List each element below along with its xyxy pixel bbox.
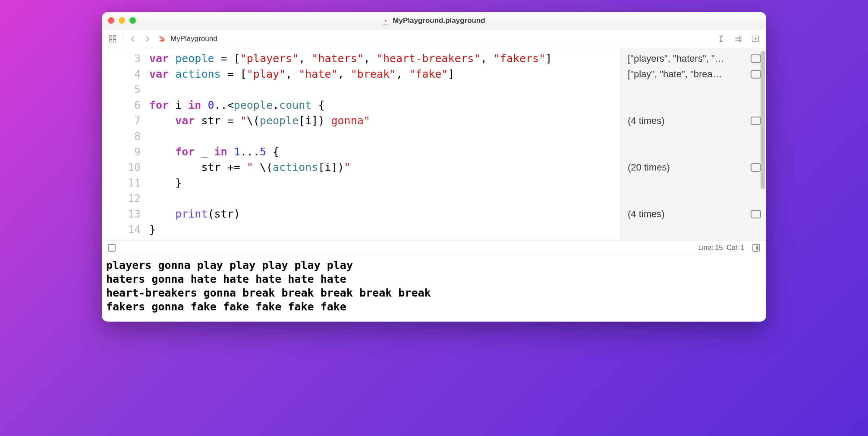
result-row: [621, 175, 766, 191]
code-content[interactable]: }: [149, 175, 620, 191]
result-text: [628, 98, 630, 113]
result-row: [621, 222, 766, 237]
quicklook-icon[interactable]: [751, 117, 761, 125]
svg-rect-2: [110, 39, 112, 42]
result-row[interactable]: (4 times): [621, 206, 766, 222]
line-number: 10: [102, 160, 149, 175]
result-row: [621, 191, 766, 206]
code-line[interactable]: 10 str += " \(actions[i])": [102, 160, 620, 175]
line-number: 8: [102, 129, 149, 144]
related-items-icon[interactable]: [108, 34, 117, 44]
scrollbar-thumb[interactable]: [761, 51, 765, 189]
toggle-debug-area-icon[interactable]: [752, 244, 760, 252]
code-line[interactable]: 7 var str = "\(people[i]) gonna": [102, 113, 620, 129]
toggle-variables-view-icon[interactable]: [108, 244, 116, 252]
window-title-text: MyPlayground.playground: [393, 16, 485, 25]
cursor-col: Col: 1: [726, 244, 745, 251]
code-line[interactable]: 3var people = ["players", "haters", "hea…: [102, 51, 620, 66]
result-row[interactable]: (20 times): [621, 160, 766, 175]
close-button[interactable]: [108, 17, 114, 24]
nav-forward-icon[interactable]: [143, 34, 152, 44]
line-number: 3: [102, 51, 149, 66]
code-content[interactable]: print(str): [149, 206, 620, 222]
editor-area: 3var people = ["players", "haters", "hea…: [102, 48, 766, 240]
nav-back-icon[interactable]: [128, 34, 138, 44]
code-line[interactable]: 11 }: [102, 175, 620, 191]
code-line[interactable]: 13 print(str): [102, 206, 620, 222]
result-text: (4 times): [628, 206, 665, 222]
code-content[interactable]: var actions = ["play", "hate", "break", …: [149, 66, 620, 82]
svg-rect-0: [110, 35, 112, 38]
code-line[interactable]: 9 for _ in 1...5 {: [102, 144, 620, 160]
code-line[interactable]: 14}: [102, 222, 620, 237]
toolbar-separator: [123, 35, 123, 43]
zoom-button[interactable]: [129, 17, 136, 24]
line-number: 4: [102, 66, 149, 82]
line-number: 12: [102, 191, 149, 206]
code-line[interactable]: 12: [102, 191, 620, 206]
code-content[interactable]: var str = "\(people[i]) gonna": [149, 113, 620, 129]
code-content[interactable]: var people = ["players", "haters", "hear…: [149, 51, 620, 66]
toolbar: MyPlayground: [102, 29, 766, 48]
svg-rect-3: [113, 39, 116, 42]
code-content[interactable]: }: [149, 222, 620, 237]
result-row[interactable]: (4 times): [621, 113, 766, 129]
result-row: [621, 144, 766, 160]
titlebar[interactable]: ▸ MyPlayground.playground: [102, 12, 766, 29]
result-text: [628, 175, 630, 191]
result-row: [621, 98, 766, 113]
result-text: [628, 222, 630, 237]
traffic-lights: [108, 17, 136, 24]
code-content[interactable]: [149, 191, 620, 206]
result-text: ["players", "haters", "…: [628, 51, 724, 66]
results-sidebar: ["players", "haters", "…["play", "hate",…: [620, 48, 766, 240]
window-title: ▸ MyPlayground.playground: [102, 16, 766, 25]
result-text: [628, 144, 630, 160]
source-editor[interactable]: 3var people = ["players", "haters", "hea…: [102, 48, 620, 240]
swift-icon: [157, 35, 165, 43]
line-number: 9: [102, 144, 149, 160]
debug-bar: Line: 15 Col: 1: [102, 240, 766, 255]
add-editor-icon[interactable]: [751, 34, 760, 44]
result-text: (4 times): [628, 113, 665, 129]
breadcrumb[interactable]: MyPlayground: [170, 35, 217, 43]
code-content[interactable]: for i in 0..<people.count {: [149, 98, 620, 113]
line-number: 14: [102, 222, 149, 237]
editor-options-icon[interactable]: [733, 34, 743, 44]
svg-rect-1: [113, 35, 116, 38]
line-number: 13: [102, 206, 149, 222]
quicklook-icon[interactable]: [751, 210, 761, 218]
code-content[interactable]: [149, 82, 620, 98]
xcode-window: ▸ MyPlayground.playground MyPlayground: [102, 12, 766, 322]
code-content[interactable]: str += " \(actions[i])": [149, 160, 620, 175]
code-content[interactable]: [149, 129, 620, 144]
quicklook-icon[interactable]: [751, 70, 761, 79]
quicklook-icon[interactable]: [751, 54, 761, 63]
result-text: [628, 129, 630, 144]
code-line[interactable]: 5: [102, 82, 620, 98]
minimize-button[interactable]: [119, 17, 125, 24]
result-text: [628, 82, 630, 98]
adjust-editor-icon[interactable]: [716, 34, 726, 44]
result-text: [628, 191, 630, 206]
line-number: 5: [102, 82, 149, 98]
result-row: [621, 82, 766, 98]
result-text: ["play", "hate", "brea…: [628, 66, 722, 82]
code-line[interactable]: 8: [102, 129, 620, 144]
quicklook-icon[interactable]: [751, 163, 761, 172]
code-content[interactable]: for _ in 1...5 {: [149, 144, 620, 160]
result-row[interactable]: ["play", "hate", "brea…: [621, 66, 766, 82]
line-number: 6: [102, 98, 149, 113]
result-row[interactable]: ["players", "haters", "…: [621, 51, 766, 66]
console-output[interactable]: players gonna play play play play play h…: [102, 255, 766, 322]
line-number: 7: [102, 113, 149, 129]
cursor-line: Line: 15: [698, 244, 723, 251]
code-line[interactable]: 4var actions = ["play", "hate", "break",…: [102, 66, 620, 82]
line-number: 11: [102, 175, 149, 191]
result-text: (20 times): [628, 160, 670, 175]
playground-file-icon: ▸: [383, 17, 389, 25]
code-line[interactable]: 6for i in 0..<people.count {: [102, 98, 620, 113]
result-row: [621, 129, 766, 144]
